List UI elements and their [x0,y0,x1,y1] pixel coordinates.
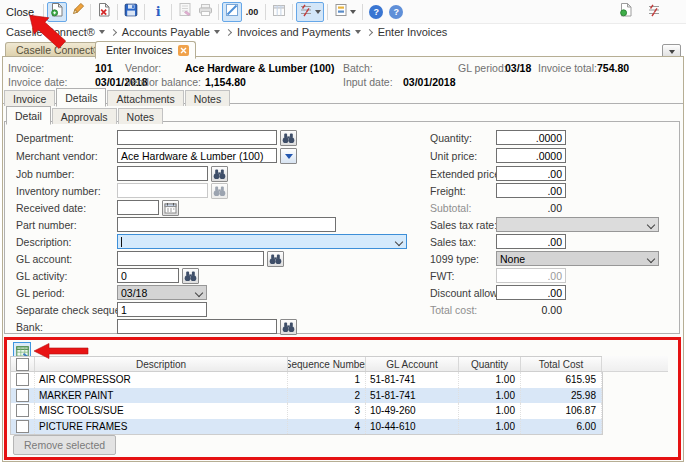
breadcrumb-item-accounts-payable[interactable]: Accounts Payable [122,26,210,38]
gl-account-search-button[interactable] [267,251,284,267]
inventory-number-input[interactable] [117,183,208,198]
row-checkbox[interactable] [16,389,29,402]
breadcrumb-item-enter-invoices[interactable]: Enter Invoices [378,26,448,38]
breadcrumb-separator-icon [366,28,373,35]
edit-button[interactable] [67,2,87,22]
detail-grid: Description Sequence Number GL Account Q… [10,356,603,435]
tab-caselle-connect-label: Caselle Connect® [16,44,101,56]
tab-details[interactable]: Details [56,88,106,107]
job-number-search-button[interactable] [211,166,228,182]
tab-detail-notes[interactable]: Notes [118,108,163,124]
grid-view-button[interactable] [269,2,289,22]
gl-account-input[interactable] [117,251,264,266]
department-search-button[interactable] [280,130,297,146]
chevron-down-icon [647,255,655,263]
cell-description: AIR COMPRESSOR [35,372,288,388]
row-checkbox[interactable] [16,404,29,417]
tab-notes[interactable]: Notes [185,90,230,106]
sales-tax-input[interactable]: .00 [496,234,566,249]
tab-invoice[interactable]: Invoice [4,90,55,106]
extended-price-input[interactable]: .00 [496,166,566,181]
new-invoice-button-right[interactable] [616,2,636,22]
tab-enter-invoices[interactable]: Enter Invoices [95,41,196,59]
remove-selected-button[interactable]: Remove selected [13,435,116,455]
chevron-down-icon[interactable] [355,30,361,34]
table-row[interactable]: PICTURE FRAMES 4 10-44-610 1.00 6.00 [11,419,602,435]
part-number-label: Part number: [16,219,77,231]
breadcrumb-separator-icon [110,28,117,35]
journal-button[interactable] [175,2,195,22]
binoculars-icon [213,185,226,197]
received-date-input[interactable] [117,200,159,215]
save-button[interactable] [121,2,141,22]
table-row[interactable]: MARKER PAINT 2 51-81-741 1.00 25.98 [11,388,602,404]
job-number-input[interactable] [117,166,208,181]
filter-options-button[interactable] [296,2,324,22]
column-header-gl-account[interactable]: GL Account [366,357,459,371]
breadcrumb-item-invoices-and-payments[interactable]: Invoices and Payments [237,26,351,38]
allocations-button[interactable] [222,2,242,22]
breadcrumb-item-home[interactable]: Caselle Connect® [6,26,95,38]
quantity-input[interactable]: .0000 [496,130,566,145]
filter-options-button-right[interactable] [644,2,664,22]
fwt-input[interactable]: .00 [496,268,566,283]
gl-activity-search-button[interactable] [182,268,199,284]
invoice-value: 101 [95,62,113,74]
tab-detail[interactable]: Detail [6,106,51,125]
separate-check-sequence-input[interactable]: 1 [117,302,207,317]
gl-activity-input[interactable]: 0 [117,268,179,283]
column-header-sequence[interactable]: Sequence Number [288,357,366,371]
select-all-checkbox[interactable] [16,358,29,371]
sales-tax-rate-select[interactable] [496,217,659,232]
inventory-number-label: Inventory number: [16,185,101,197]
close-tab-icon[interactable] [178,45,189,56]
type-1099-select[interactable]: None [496,251,659,266]
column-header-total-cost[interactable]: Total Cost [521,357,602,371]
vendor-balance-value: 1,154.80 [205,76,246,88]
select-all-checkbox-cell[interactable] [11,357,35,371]
column-header-description[interactable]: Description [35,357,288,371]
new-invoice-button[interactable] [47,2,67,22]
batch-label: Batch: [343,62,373,74]
part-number-input[interactable] [117,217,336,232]
tab-attachments[interactable]: Attachments [107,90,183,106]
chevron-down-icon[interactable] [99,30,105,34]
merchant-vendor-dropdown-button[interactable] [280,148,297,164]
close-button[interactable]: Close [6,6,34,18]
discount-allowed-input[interactable]: .00 [496,285,566,300]
delete-document-icon [97,2,111,21]
inventory-number-search-button[interactable] [211,183,228,199]
description-combo[interactable] [117,234,407,249]
gl-period-select[interactable]: 03/18 (03/31/2018) [117,285,207,300]
help-contents-button[interactable]: ? [386,2,406,22]
new-document-icon [50,2,64,21]
decimal-button[interactable]: .00 [242,2,262,22]
row-checkbox[interactable] [16,373,29,386]
unit-price-input[interactable]: .0000 [496,148,566,163]
chevron-down-icon[interactable] [395,238,403,246]
delete-button[interactable] [94,2,114,22]
bank-search-button[interactable] [280,319,297,335]
department-input[interactable] [117,130,277,145]
print-button[interactable] [195,2,215,22]
column-header-quantity[interactable]: Quantity [459,357,521,371]
output-options-button[interactable] [331,2,359,22]
merchant-vendor-input[interactable]: Ace Hardware & Lumber (100) [117,148,277,163]
cell-sequence: 3 [288,403,366,419]
toolbar-separator [327,4,328,20]
info-button[interactable]: i [148,2,168,22]
help-icon: ? [369,5,383,19]
tab-approvals[interactable]: Approvals [52,108,117,124]
detail-grid-header: Description Sequence Number GL Account Q… [11,357,602,372]
bank-input[interactable] [117,319,277,334]
table-row[interactable]: AIR COMPRESSOR 1 51-81-741 1.00 615.95 [11,372,602,388]
calendar-icon [164,202,177,214]
gl-account-label: GL account: [16,253,72,265]
row-checkbox[interactable] [16,420,29,433]
table-row[interactable]: MISC TOOLS/SUE 3 10-49-260 1.00 106.87 [11,403,602,419]
freight-input[interactable]: .00 [496,183,566,198]
chevron-down-icon[interactable] [214,30,220,34]
help-button[interactable]: ? [366,2,386,22]
received-date-calendar-button[interactable] [162,200,179,216]
output-document-icon [334,3,348,21]
